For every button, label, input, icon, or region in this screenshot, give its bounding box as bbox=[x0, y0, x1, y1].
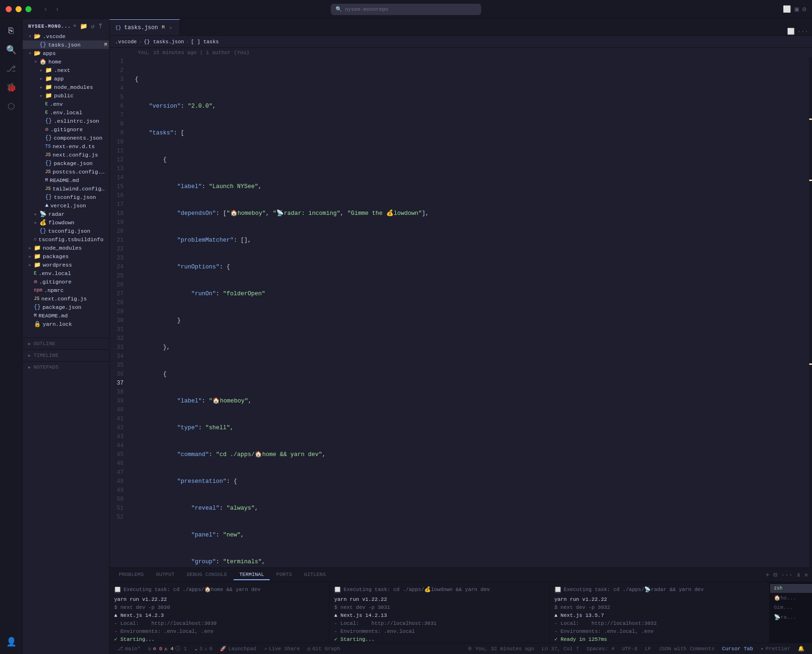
sidebar-item-wordpress[interactable]: ▶ 📁 wordpress bbox=[23, 260, 109, 269]
forward-arrow[interactable]: › bbox=[52, 5, 62, 14]
new-folder-icon[interactable]: 📁 bbox=[80, 23, 88, 30]
panel-content: ⬜ Executing task: cd ./apps/🏠home && yar… bbox=[109, 582, 812, 643]
terminal-pane-3[interactable]: ⬜ Executing task: cd ./apps/📡radar && ya… bbox=[550, 582, 770, 643]
split-terminal-icon[interactable]: ⊟ bbox=[773, 571, 777, 579]
search-activity-icon[interactable]: 🔍 bbox=[3, 41, 20, 58]
settings-icon[interactable]: ⚙ bbox=[803, 5, 806, 13]
sidebar-item-tailwind[interactable]: JS tailwind.config.js bbox=[23, 184, 109, 193]
status-spaces[interactable]: Spaces: 4 bbox=[583, 646, 618, 652]
new-file-icon[interactable]: + bbox=[73, 23, 77, 30]
sidebar-item-package-json[interactable]: {} package.json bbox=[23, 159, 109, 167]
status-line-ending[interactable]: LF bbox=[641, 646, 655, 652]
layout-icon[interactable]: ▣ bbox=[795, 5, 798, 13]
more-terminals-icon[interactable]: ··· bbox=[781, 571, 793, 579]
tab-problems[interactable]: PROBLEMS bbox=[113, 570, 149, 580]
sidebar-item-node-modules-root[interactable]: ▶ 📁 node_modules bbox=[23, 244, 109, 252]
split-editor-icon[interactable]: ⬜ bbox=[783, 5, 791, 13]
sidebar-item-radar[interactable]: ▶ 📡 radar bbox=[23, 210, 109, 218]
account-icon[interactable]: 👤 bbox=[3, 633, 20, 650]
more-actions-icon[interactable]: ··· bbox=[797, 28, 808, 35]
sidebar-item-next-env-dts[interactable]: TS next-env.d.ts bbox=[23, 142, 109, 150]
sidebar-item-public[interactable]: ▶ 📁 public bbox=[23, 91, 109, 100]
sidebar-item-root-gitignore[interactable]: ⊘ .gitignore bbox=[23, 277, 109, 286]
breadcrumb-tasks-json[interactable]: {} tasks.json bbox=[144, 39, 184, 45]
breadcrumb-vscode[interactable]: .vscode bbox=[115, 39, 137, 45]
sidebar-item-readme[interactable]: M README.md bbox=[23, 176, 109, 184]
status-sync[interactable]: ↻ ⊘ 0 ⚠ 4 ⓘ 1 bbox=[144, 645, 190, 652]
sidebar-item-apps-tsconfig[interactable]: {} tsconfig.json bbox=[23, 227, 109, 235]
tab-close-button[interactable]: ✕ bbox=[167, 24, 174, 31]
explorer-icon[interactable]: ⎘ bbox=[3, 23, 20, 39]
sidebar-item-root-readme[interactable]: M README.md bbox=[23, 311, 109, 320]
add-terminal-icon[interactable]: + bbox=[765, 571, 769, 579]
terminal-sidebar-zsh[interactable]: zsh bbox=[770, 584, 812, 593]
sidebar-item-vercel[interactable]: ▲ vercel.json bbox=[23, 201, 109, 210]
status-notifications[interactable]: 🔔 bbox=[794, 646, 808, 652]
split-editor-right-icon[interactable]: ⬜ bbox=[787, 28, 795, 35]
sidebar-item-packages[interactable]: ▶ 📁 packages bbox=[23, 252, 109, 260]
sidebar-item-root-next-config[interactable]: JS next.config.js bbox=[23, 294, 109, 303]
close-button[interactable] bbox=[6, 6, 12, 12]
sidebar-item-env[interactable]: E .env bbox=[23, 100, 109, 108]
timeline-section[interactable]: ▶ TIMELINE bbox=[23, 349, 109, 361]
status-position[interactable]: Ln 37, Col 7 bbox=[538, 646, 583, 652]
sidebar-item-tsconfig-json[interactable]: {} tsconfig.json bbox=[23, 193, 109, 201]
terminal-pane-1[interactable]: ⬜ Executing task: cd ./apps/🏠home && yar… bbox=[109, 582, 329, 643]
status-git-graph[interactable]: ◎ Git Graph bbox=[304, 646, 344, 652]
sidebar-item-env-local[interactable]: E .env.local bbox=[23, 108, 109, 117]
sidebar-item-home[interactable]: ▼ 🏠 home bbox=[23, 57, 109, 66]
sidebar-item-components-json[interactable]: {} components.json bbox=[23, 134, 109, 142]
tab-tasks-json[interactable]: {} tasks.json M ✕ bbox=[109, 19, 180, 35]
notepads-section[interactable]: ▶ NOTEPADS bbox=[23, 361, 109, 373]
terminal-sidebar-gimme[interactable]: Gim... bbox=[770, 603, 812, 612]
terminal-sidebar-radar[interactable]: 📡ra... bbox=[770, 612, 812, 622]
outline-section[interactable]: ▶ OUTLINE bbox=[23, 338, 109, 349]
status-git-blame[interactable]: ⑥ You, 32 minutes ago bbox=[464, 646, 538, 652]
code-editor[interactable]: 1 2 3 4 5 6 7 8 9 10 11 12 13 14 15 16 1… bbox=[109, 57, 812, 567]
sidebar-item-flowdown[interactable]: ▶ 💰 flowdown bbox=[23, 218, 109, 227]
tab-terminal[interactable]: TERMINAL bbox=[234, 570, 270, 580]
status-prettier[interactable]: ✦ Prettier bbox=[757, 646, 794, 652]
debug-icon[interactable]: 🐞 bbox=[3, 79, 20, 96]
collapse-icon[interactable]: ⤒ bbox=[98, 23, 103, 30]
sidebar-item-yarn-lock[interactable]: 🔒 yarn.lock bbox=[23, 320, 109, 328]
status-encoding[interactable]: UTF-8 bbox=[618, 646, 641, 652]
sidebar-item-vscode[interactable]: ▼ 📂 .vscode bbox=[23, 32, 109, 40]
sidebar-item-tsbuildinfo[interactable]: ⚙ tsconfig.tsbuildinfo bbox=[23, 235, 109, 244]
sidebar-item-root-package-json[interactable]: {} package.json bbox=[23, 303, 109, 311]
sidebar-item-node-modules[interactable]: ▶ 📁 node_modules bbox=[23, 83, 109, 91]
status-git-info[interactable]: ☁ 3 ⚠ 0 bbox=[191, 646, 216, 652]
maximize-panel-icon[interactable]: ∧ bbox=[796, 571, 800, 579]
sidebar-item-eslintrc[interactable]: {} .eslintrc.json bbox=[23, 117, 109, 125]
back-arrow[interactable]: ‹ bbox=[41, 5, 50, 14]
close-panel-icon[interactable]: ✕ bbox=[804, 571, 808, 579]
terminal-pane-2[interactable]: ⬜ Executing task: cd ./apps/💰lowdown && … bbox=[329, 582, 549, 643]
status-live-share[interactable]: ↗ Live Share bbox=[260, 646, 304, 652]
extensions-icon[interactable]: ⬡ bbox=[3, 98, 20, 115]
sidebar-item-apps[interactable]: ▼ 📂 apps bbox=[23, 49, 109, 57]
build-icon: ⚙ bbox=[34, 236, 37, 242]
status-cursor-tab[interactable]: Cursor Tab bbox=[718, 646, 757, 652]
status-launchpad[interactable]: 🚀 Launchpad bbox=[216, 646, 260, 652]
sidebar-item-app[interactable]: ▶ 📁 app bbox=[23, 74, 109, 83]
sidebar-item-tasks-json[interactable]: {} tasks.json M bbox=[23, 40, 109, 49]
sidebar-item-root-env-local[interactable]: E .env.local bbox=[23, 269, 109, 277]
sidebar-item-postcss[interactable]: JS postcss.config.js bbox=[23, 167, 109, 176]
breadcrumb-tasks[interactable]: [ ] tasks bbox=[191, 39, 219, 45]
sidebar-item-npmrc[interactable]: npm .npmrc bbox=[23, 286, 109, 294]
sidebar-item-next-config[interactable]: JS next.config.js bbox=[23, 150, 109, 159]
search-bar[interactable]: 🔍 nysee-monorepo bbox=[331, 4, 481, 15]
maximize-button[interactable] bbox=[25, 6, 31, 12]
tab-gitlens[interactable]: GITLENS bbox=[298, 570, 331, 580]
status-branch[interactable]: ⎇ main* bbox=[113, 646, 144, 652]
tab-debug-console[interactable]: DEBUG CONSOLE bbox=[181, 570, 233, 580]
sidebar-item-gitignore[interactable]: ⊘ .gitignore bbox=[23, 125, 109, 134]
minimize-button[interactable] bbox=[16, 6, 22, 12]
source-control-icon[interactable]: ⎇ bbox=[3, 60, 20, 77]
tab-output[interactable]: OUTPUT bbox=[150, 570, 180, 580]
refresh-icon[interactable]: ↺ bbox=[91, 23, 95, 30]
status-language[interactable]: JSON with Comments bbox=[655, 646, 718, 652]
terminal-sidebar-home[interactable]: 🏠ho... bbox=[770, 593, 812, 603]
tab-ports[interactable]: PORTS bbox=[271, 570, 297, 580]
sidebar-item-next[interactable]: ▶ 📁 .next bbox=[23, 66, 109, 74]
